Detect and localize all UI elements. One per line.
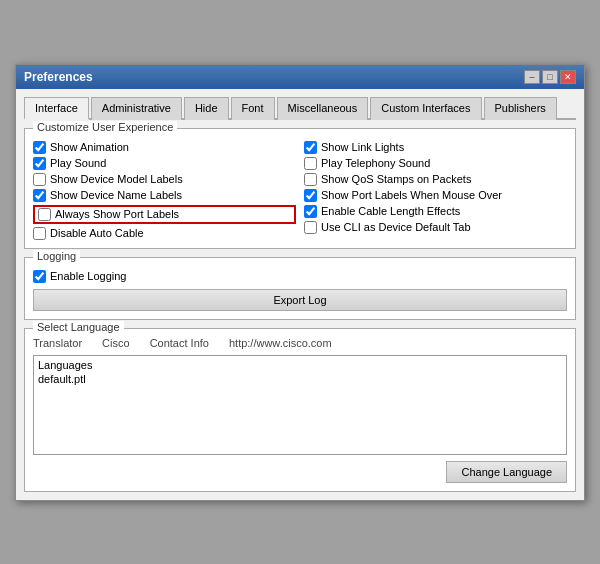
show-link-lights-row: Show Link Lights xyxy=(304,141,567,154)
always-show-port-checkbox[interactable] xyxy=(38,208,51,221)
show-device-model-checkbox[interactable] xyxy=(33,173,46,186)
export-log-button[interactable]: Export Log xyxy=(33,289,567,311)
play-telephony-row: Play Telephony Sound xyxy=(304,157,567,170)
close-button[interactable]: ✕ xyxy=(560,70,576,84)
show-qos-checkbox[interactable] xyxy=(304,173,317,186)
tab-font[interactable]: Font xyxy=(231,97,275,120)
always-show-port-label: Always Show Port Labels xyxy=(55,208,179,220)
window-controls: – □ ✕ xyxy=(524,70,576,84)
cisco-label: Cisco xyxy=(102,337,130,349)
customize-title: Customize User Experience xyxy=(33,121,177,133)
contact-label: Contact Info xyxy=(150,337,209,349)
url-label: http://www.cisco.com xyxy=(229,337,332,349)
tab-administrative[interactable]: Administrative xyxy=(91,97,182,120)
disable-auto-cable-label: Disable Auto Cable xyxy=(50,227,144,239)
use-cli-checkbox[interactable] xyxy=(304,221,317,234)
left-column: Show Animation Play Sound Show Device Mo… xyxy=(33,141,296,240)
enable-logging-checkbox[interactable] xyxy=(33,270,46,283)
show-qos-row: Show QoS Stamps on Packets xyxy=(304,173,567,186)
show-animation-row: Show Animation xyxy=(33,141,296,154)
minimize-button[interactable]: – xyxy=(524,70,540,84)
enable-cable-row: Enable Cable Length Effects xyxy=(304,205,567,218)
disable-auto-cable-checkbox[interactable] xyxy=(33,227,46,240)
enable-logging-label: Enable Logging xyxy=(50,270,126,282)
tab-publishers[interactable]: Publishers xyxy=(484,97,557,120)
enable-cable-checkbox[interactable] xyxy=(304,205,317,218)
show-device-model-label: Show Device Model Labels xyxy=(50,173,183,185)
disable-auto-cable-row: Disable Auto Cable xyxy=(33,227,296,240)
show-port-labels-label: Show Port Labels When Mouse Over xyxy=(321,189,502,201)
play-sound-row: Play Sound xyxy=(33,157,296,170)
window-content: Interface Administrative Hide Font Misce… xyxy=(16,89,584,500)
always-show-port-row: Always Show Port Labels xyxy=(33,205,296,224)
window-title: Preferences xyxy=(24,70,93,84)
show-port-labels-row: Show Port Labels When Mouse Over xyxy=(304,189,567,202)
tab-hide[interactable]: Hide xyxy=(184,97,229,120)
play-sound-label: Play Sound xyxy=(50,157,106,169)
show-port-labels-checkbox[interactable] xyxy=(304,189,317,202)
language-section: Select Language Translator Cisco Contact… xyxy=(24,328,576,492)
show-animation-label: Show Animation xyxy=(50,141,129,153)
enable-cable-label: Enable Cable Length Effects xyxy=(321,205,460,217)
show-device-name-label: Show Device Name Labels xyxy=(50,189,182,201)
enable-logging-row: Enable Logging xyxy=(33,270,567,283)
play-telephony-label: Play Telephony Sound xyxy=(321,157,430,169)
play-telephony-checkbox[interactable] xyxy=(304,157,317,170)
show-device-name-checkbox[interactable] xyxy=(33,189,46,202)
show-link-lights-checkbox[interactable] xyxy=(304,141,317,154)
play-sound-checkbox[interactable] xyxy=(33,157,46,170)
translator-label: Translator xyxy=(33,337,82,349)
show-qos-label: Show QoS Stamps on Packets xyxy=(321,173,471,185)
list-item[interactable]: Languages xyxy=(36,358,564,372)
use-cli-label: Use CLI as Device Default Tab xyxy=(321,221,471,233)
show-device-name-row: Show Device Name Labels xyxy=(33,189,296,202)
language-title: Select Language xyxy=(33,321,124,333)
tab-interface[interactable]: Interface xyxy=(24,97,89,120)
preferences-window: Preferences – □ ✕ Interface Administrati… xyxy=(15,64,585,501)
logging-title: Logging xyxy=(33,250,80,262)
maximize-button[interactable]: □ xyxy=(542,70,558,84)
tab-bar: Interface Administrative Hide Font Misce… xyxy=(24,97,576,120)
show-device-model-row: Show Device Model Labels xyxy=(33,173,296,186)
logging-section: Logging Enable Logging Export Log xyxy=(24,257,576,320)
use-cli-row: Use CLI as Device Default Tab xyxy=(304,221,567,234)
lang-header: Translator Cisco Contact Info http://www… xyxy=(33,337,567,351)
language-list[interactable]: Languages default.ptl xyxy=(33,355,567,455)
title-bar: Preferences – □ ✕ xyxy=(16,65,584,89)
right-column: Show Link Lights Play Telephony Sound Sh… xyxy=(304,141,567,240)
change-language-button[interactable]: Change Language xyxy=(446,461,567,483)
show-animation-checkbox[interactable] xyxy=(33,141,46,154)
change-language-container: Change Language xyxy=(33,461,567,483)
list-item[interactable]: default.ptl xyxy=(36,372,564,386)
show-link-lights-label: Show Link Lights xyxy=(321,141,404,153)
customize-content: Show Animation Play Sound Show Device Mo… xyxy=(33,141,567,240)
customize-section: Customize User Experience Show Animation… xyxy=(24,128,576,249)
tab-custom-interfaces[interactable]: Custom Interfaces xyxy=(370,97,481,120)
tab-miscellaneous[interactable]: Miscellaneous xyxy=(277,97,369,120)
